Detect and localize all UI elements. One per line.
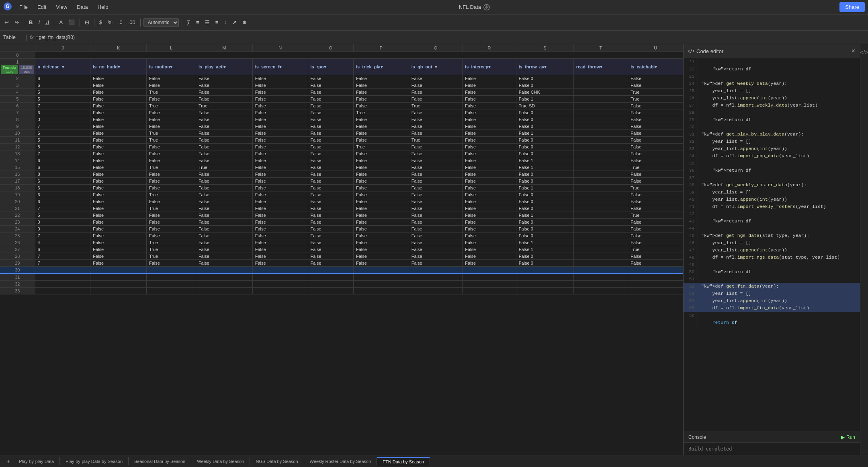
cell[interactable]: False xyxy=(252,185,308,191)
code-text[interactable]: df = nfl.import_weekly_data(year_list) xyxy=(701,102,860,109)
cell[interactable]: False xyxy=(409,171,462,178)
cell[interactable]: False xyxy=(628,150,683,157)
cell[interactable]: False xyxy=(147,75,196,82)
tab-play-by-play-season[interactable]: Play-by-play Data by Season xyxy=(60,457,129,465)
col-header-M[interactable]: M xyxy=(196,44,252,52)
cell[interactable]: False xyxy=(354,260,409,267)
cell[interactable]: False xyxy=(196,82,252,89)
cell[interactable] xyxy=(573,219,628,226)
cell[interactable]: False xyxy=(409,260,462,267)
cell[interactable]: False xyxy=(354,150,409,157)
cell[interactable]: False xyxy=(196,198,252,205)
cell[interactable] xyxy=(573,171,628,178)
cell[interactable]: False xyxy=(308,96,354,103)
align-func-button[interactable]: ∑ xyxy=(185,18,192,27)
header-cell-read-throw[interactable]: read_throw▾ xyxy=(573,59,628,75)
cell[interactable] xyxy=(308,267,354,274)
share-button[interactable]: Share xyxy=(839,2,865,12)
cell[interactable]: False xyxy=(147,198,196,205)
cell[interactable]: False xyxy=(308,246,354,253)
cell[interactable]: False xyxy=(196,226,252,232)
cell[interactable]: 7 xyxy=(35,123,90,130)
cell[interactable]: 6 xyxy=(35,198,90,205)
code-editor-content[interactable]: 2122 "kw">return df2324"kw">def get_week… xyxy=(684,58,860,432)
borders-button[interactable]: ⊞ xyxy=(83,18,91,27)
cell[interactable]: False xyxy=(196,260,252,267)
cell[interactable]: False xyxy=(308,137,354,144)
cell[interactable]: False xyxy=(147,150,196,157)
cell[interactable]: False xyxy=(409,232,462,239)
cell[interactable]: False xyxy=(90,96,147,103)
code-text[interactable]: year_list = [] xyxy=(701,290,860,297)
cell[interactable] xyxy=(354,267,409,274)
cell[interactable]: False xyxy=(354,205,409,212)
cell[interactable]: False xyxy=(628,116,683,123)
cell[interactable]: False 1 xyxy=(516,212,573,219)
tab-seasonal[interactable]: Seasonal Data by Season xyxy=(129,457,191,465)
cell[interactable]: True xyxy=(147,246,196,253)
cell[interactable]: False xyxy=(308,185,354,191)
cell[interactable]: False xyxy=(463,226,516,232)
col-header-J[interactable]: J xyxy=(35,44,90,52)
cell[interactable]: False xyxy=(354,96,409,103)
cell[interactable] xyxy=(628,267,683,274)
cell[interactable]: False xyxy=(628,253,683,260)
cell[interactable]: True xyxy=(196,164,252,171)
cell[interactable]: False xyxy=(196,144,252,150)
header-cell-is-trick-pla[interactable]: is_trick_pla▾ xyxy=(354,59,409,75)
cell[interactable]: 0 xyxy=(35,116,90,123)
cell[interactable]: False xyxy=(628,82,683,89)
cell[interactable]: False xyxy=(409,178,462,185)
cell[interactable]: False 0 xyxy=(516,232,573,239)
cell[interactable]: False 0 xyxy=(516,75,573,82)
cell[interactable]: False xyxy=(354,185,409,191)
cell[interactable]: False xyxy=(409,144,462,150)
cell[interactable]: False xyxy=(308,219,354,226)
code-text[interactable] xyxy=(701,312,860,319)
cell[interactable]: True xyxy=(147,191,196,198)
cell[interactable] xyxy=(35,267,90,274)
cell[interactable]: True xyxy=(147,239,196,246)
cell[interactable]: True SD xyxy=(516,103,573,109)
cell[interactable]: False xyxy=(628,191,683,198)
cell[interactable]: 7 xyxy=(35,205,90,212)
cell[interactable]: False xyxy=(409,123,462,130)
cell[interactable]: False xyxy=(90,109,147,116)
cell[interactable]: 6 xyxy=(35,178,90,185)
cell[interactable]: True xyxy=(628,96,683,103)
cell[interactable]: False xyxy=(196,157,252,164)
cell[interactable]: 5 xyxy=(35,137,90,144)
cell[interactable] xyxy=(35,274,90,281)
cell[interactable] xyxy=(573,198,628,205)
cell[interactable] xyxy=(516,274,573,281)
cell[interactable]: False xyxy=(252,219,308,226)
cell[interactable] xyxy=(573,150,628,157)
cell[interactable]: False xyxy=(147,96,196,103)
menu-view[interactable]: View xyxy=(55,2,68,12)
cell[interactable] xyxy=(196,281,252,288)
cell[interactable]: False xyxy=(308,171,354,178)
cell[interactable]: False xyxy=(196,185,252,191)
col-header-Q[interactable]: Q xyxy=(409,44,462,52)
cell[interactable]: False xyxy=(308,130,354,137)
cell[interactable]: False xyxy=(308,123,354,130)
currency-button[interactable]: $ xyxy=(97,18,104,27)
cell[interactable]: False xyxy=(308,82,354,89)
align-right-button[interactable]: ≡ xyxy=(213,18,221,27)
add-sheet-button[interactable]: + xyxy=(3,456,13,467)
cell[interactable] xyxy=(516,267,573,274)
cell[interactable]: False CHK xyxy=(516,89,573,96)
cell[interactable]: False xyxy=(463,116,516,123)
cell[interactable]: False 0 xyxy=(516,219,573,226)
cell[interactable] xyxy=(573,191,628,198)
cell[interactable] xyxy=(573,212,628,219)
menu-data[interactable]: Data xyxy=(76,2,88,12)
code-text[interactable]: "kw">def get_ftn_data(year): xyxy=(701,283,860,290)
cell[interactable]: True xyxy=(628,212,683,219)
code-text[interactable]: df = nfl.import_weekly_rosters(year_list… xyxy=(701,203,860,210)
cell[interactable]: False xyxy=(628,198,683,205)
cell[interactable]: True xyxy=(147,89,196,96)
cell[interactable]: False xyxy=(252,96,308,103)
code-text[interactable]: "kw">def get_weekly_data(year): xyxy=(701,80,860,87)
cell[interactable]: False 0 xyxy=(516,260,573,267)
